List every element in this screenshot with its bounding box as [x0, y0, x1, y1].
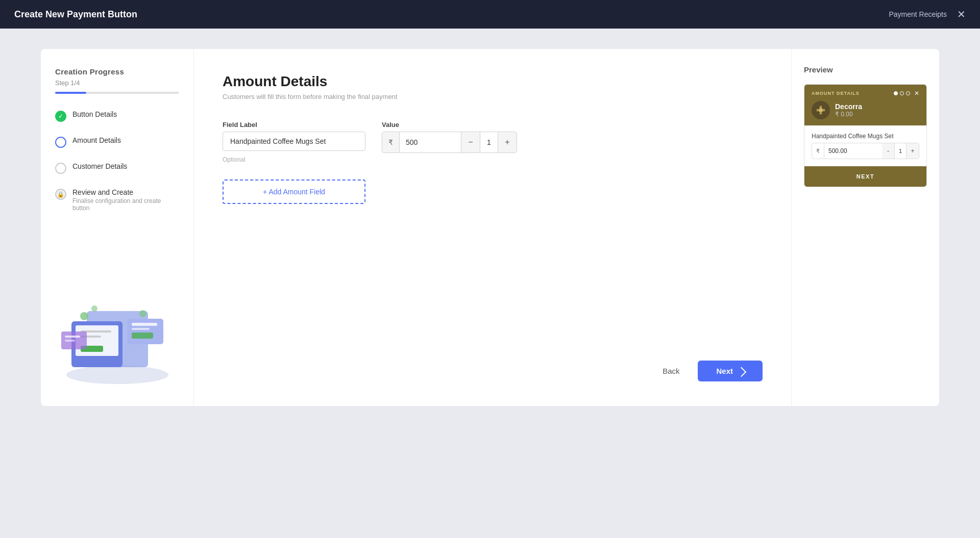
preview-dot-3: [906, 91, 910, 95]
qty-value: 1: [480, 132, 498, 152]
field-value-header: Value: [382, 121, 517, 129]
step-name-button-details: Button Details: [72, 110, 117, 118]
preview-dot-1: [894, 91, 898, 95]
page-title: Amount Details: [223, 73, 763, 90]
step-text: Customer Details: [72, 162, 127, 170]
chevron-right-icon: [737, 367, 747, 377]
preview-value-row: ₹ 500.00 - 1 +: [812, 143, 919, 159]
topbar-right: Payment Receipts ✕: [889, 9, 966, 19]
preview-logo: [812, 101, 830, 119]
topbar: Create New Payment Button Payment Receip…: [0, 0, 980, 29]
svg-point-21: [823, 109, 825, 112]
illustration-area: [55, 232, 179, 388]
back-button[interactable]: Back: [652, 361, 690, 381]
preview-brand-row: Decorra ₹ 0.00: [804, 99, 926, 125]
payment-receipts-link[interactable]: Payment Receipts: [889, 10, 947, 18]
close-icon[interactable]: ✕: [957, 9, 966, 19]
field-label-input[interactable]: [223, 132, 365, 151]
logo-icon: [815, 105, 826, 116]
preview-title: Preview: [804, 65, 927, 74]
value-input-group: ₹ − 1 +: [382, 132, 517, 153]
step-label: Step 1/4: [55, 79, 179, 87]
step-icon-active: [55, 137, 66, 148]
step-text: Amount Details: [72, 136, 121, 144]
preview-body: Handpainted Coffee Mugs Set ₹ 500.00 - 1…: [804, 125, 926, 166]
bottom-nav: Back Next: [223, 340, 763, 381]
step-item-customer-details: Customer Details: [55, 162, 179, 174]
svg-rect-9: [132, 328, 150, 330]
svg-rect-7: [128, 319, 163, 344]
add-amount-field-button[interactable]: + Add Amount Field: [223, 180, 365, 204]
step-icon-inactive: [55, 163, 66, 174]
svg-rect-10: [132, 332, 153, 339]
step-icon-locked: 🔒: [55, 189, 66, 200]
step-item-button-details: ✓ Button Details: [55, 110, 179, 122]
form-row: Field Label Optional Value ₹ − 1 +: [223, 121, 763, 163]
next-button[interactable]: Next: [698, 361, 763, 381]
field-label-group: Field Label Optional: [223, 121, 365, 163]
svg-point-11: [80, 312, 88, 320]
qty-controls: − 1 +: [461, 132, 517, 152]
step-sub-review-create: Finalise configuration and create button: [72, 197, 179, 212]
preview-card: AMOUNT DETAILS ✕: [804, 84, 927, 187]
svg-point-20: [817, 109, 819, 112]
field-label-header: Field Label: [223, 121, 365, 129]
step-item-amount-details: Amount Details: [55, 136, 179, 148]
currency-symbol: ₹: [382, 132, 400, 152]
svg-point-0: [66, 366, 168, 384]
preview-brand-amount: ₹ 0.00: [835, 111, 862, 118]
step-name-review-create: Review and Create: [72, 188, 179, 196]
preview-dot-2: [900, 91, 904, 95]
amount-input[interactable]: [400, 138, 461, 146]
value-group: Value ₹ − 1 +: [382, 121, 517, 153]
step-name-customer-details: Customer Details: [72, 162, 127, 170]
svg-rect-15: [65, 336, 80, 338]
step-icon-completed: ✓: [55, 111, 66, 122]
sidebar: Creation Progress Step 1/4 ✓ Button Deta…: [41, 49, 194, 406]
optional-text: Optional: [223, 156, 365, 163]
progress-bar-track: [55, 92, 179, 94]
svg-point-13: [139, 310, 146, 317]
preview-next-button[interactable]: NEXT: [804, 166, 926, 187]
svg-point-17: [819, 108, 823, 112]
main-wrapper: Creation Progress Step 1/4 ✓ Button Deta…: [0, 29, 980, 538]
preview-header-top: AMOUNT DETAILS ✕: [804, 85, 926, 99]
progress-bar-fill: [55, 92, 86, 94]
svg-rect-16: [65, 340, 75, 342]
svg-point-19: [820, 112, 822, 115]
illustration-svg: [56, 280, 179, 388]
step-text: Review and Create Finalise configuration…: [72, 188, 179, 212]
preview-dots: ✕: [894, 90, 919, 97]
page-subtitle: Customers will fill this form before mak…: [223, 93, 763, 100]
svg-point-18: [820, 106, 822, 109]
topbar-title: Create New Payment Button: [14, 9, 137, 20]
preview-qty-btns: - 1 +: [882, 143, 919, 159]
qty-increase-button[interactable]: +: [498, 132, 517, 152]
preview-field-label: Handpainted Coffee Mugs Set: [812, 133, 919, 140]
step-name-amount-details: Amount Details: [72, 136, 121, 144]
preview-brand-info: Decorra ₹ 0.00: [835, 103, 862, 118]
step-text: Button Details: [72, 110, 117, 118]
preview-amount: 500.00: [824, 147, 882, 155]
steps-list: ✓ Button Details Amount Details Customer…: [55, 110, 179, 212]
preview-qty-num: 1: [894, 143, 906, 159]
preview-close-icon[interactable]: ✕: [914, 90, 919, 97]
preview-qty-decrease[interactable]: -: [882, 143, 894, 159]
main-content: Amount Details Customers will fill this …: [194, 49, 791, 406]
preview-panel: Preview AMOUNT DETAILS ✕: [791, 49, 939, 406]
next-button-label: Next: [716, 367, 733, 375]
preview-section-label: AMOUNT DETAILS: [812, 91, 860, 96]
sidebar-title: Creation Progress: [55, 67, 179, 76]
preview-currency: ₹: [812, 143, 824, 159]
step-item-review-create: 🔒 Review and Create Finalise configurati…: [55, 188, 179, 212]
qty-decrease-button[interactable]: −: [461, 132, 480, 152]
svg-rect-8: [132, 323, 157, 326]
svg-point-12: [91, 305, 97, 312]
preview-brand-name: Decorra: [835, 103, 862, 111]
preview-qty-increase[interactable]: +: [906, 143, 919, 159]
